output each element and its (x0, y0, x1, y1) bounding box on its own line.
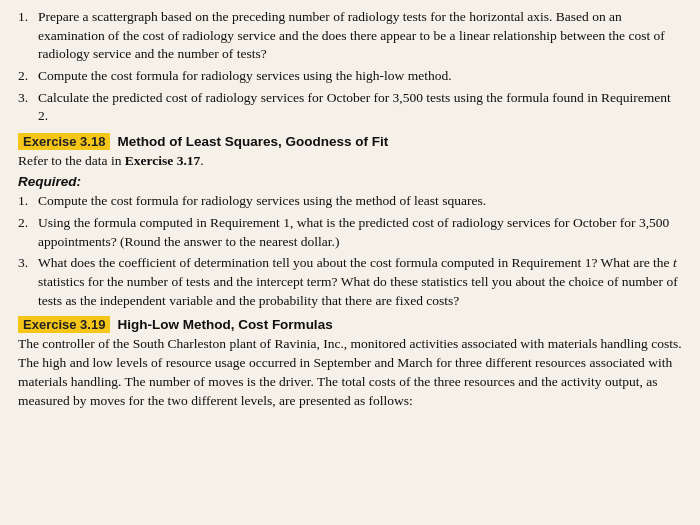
exercise-319-title: High-Low Method, Cost Formulas (117, 317, 332, 332)
ex318-item-3-text: What does the coefficient of determinati… (38, 254, 682, 310)
page: 1. Prepare a scattergraph based on the p… (0, 0, 700, 525)
ex318-item-3: 3. What does the coefficient of determin… (18, 254, 682, 310)
item-2-num: 2. (18, 67, 38, 86)
item-3-text: Calculate the predicted cost of radiolog… (38, 89, 682, 126)
exercise-318-section: Exercise 3.18 Method of Least Squares, G… (18, 133, 682, 310)
ex318-item-2: 2. Using the formula computed in Require… (18, 214, 682, 251)
exercise-318-badge: Exercise 3.18 (18, 133, 110, 150)
list-item-2: 2. Compute the cost formula for radiolog… (18, 67, 682, 86)
item-3-num: 3. (18, 89, 38, 108)
ex318-item-1-num: 1. (18, 192, 38, 211)
item-1-num: 1. (18, 8, 38, 27)
required-label: Required: (18, 174, 682, 189)
ex318-item-1: 1. Compute the cost formula for radiolog… (18, 192, 682, 211)
exercise-319-paragraph: The controller of the South Charleston p… (18, 335, 682, 411)
ex318-item-3-num: 3. (18, 254, 38, 273)
exercise-318-list: 1. Compute the cost formula for radiolog… (18, 192, 682, 310)
exercise-318-title: Method of Least Squares, Goodness of Fit (117, 134, 388, 149)
t-statistic-label: t (673, 255, 677, 270)
exercise-318-subtitle: Refer to the data in Exercise 3.17. (18, 152, 682, 171)
list-item-1: 1. Prepare a scattergraph based on the p… (18, 8, 682, 64)
item-1-text: Prepare a scattergraph based on the prec… (38, 8, 682, 64)
ex318-item-2-num: 2. (18, 214, 38, 233)
exercise-317-ref: Exercise 3.17 (125, 153, 200, 168)
exercise-318-subtitle-suffix: . (200, 153, 203, 168)
exercise-319-header: Exercise 3.19 High-Low Method, Cost Form… (18, 316, 682, 333)
exercise-318-header: Exercise 3.18 Method of Least Squares, G… (18, 133, 682, 150)
exercise-319-section: Exercise 3.19 High-Low Method, Cost Form… (18, 316, 682, 411)
top-list: 1. Prepare a scattergraph based on the p… (18, 8, 682, 126)
item-2-text: Compute the cost formula for radiology s… (38, 67, 682, 86)
ex318-item-1-text: Compute the cost formula for radiology s… (38, 192, 682, 211)
ex318-item-2-text: Using the formula computed in Requiremen… (38, 214, 682, 251)
list-item-3: 3. Calculate the predicted cost of radio… (18, 89, 682, 126)
exercise-319-badge: Exercise 3.19 (18, 316, 110, 333)
